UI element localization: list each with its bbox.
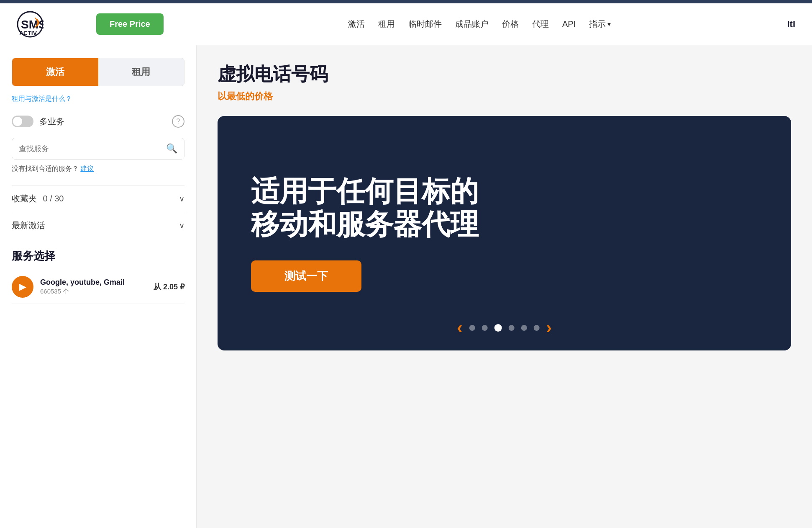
- nav-item-api[interactable]: API: [562, 19, 576, 29]
- multi-service-label: 多业务: [12, 116, 64, 127]
- search-input[interactable]: [19, 144, 166, 153]
- favorites-chevron-icon: ∨: [179, 194, 184, 203]
- svg-text:SMS: SMS: [21, 18, 44, 31]
- header: SMS ACTIV Free Price 激活 租用 临时邮件 成品账户 价格 …: [0, 3, 812, 45]
- recent-label: 最新激活: [12, 220, 45, 231]
- banner-title-line2: 移动和服务器代理: [251, 208, 479, 240]
- banner-title: 适用于任何目标的 移动和服务器代理: [251, 175, 479, 240]
- svg-text:ACTIV: ACTIV: [19, 30, 37, 36]
- page-subtitle: 以最低的价格: [218, 90, 791, 103]
- carousel-dot-3[interactable]: [494, 324, 502, 332]
- main-nav: 激活 租用 临时邮件 成品账户 价格 代理 API 指示 ▾: [184, 18, 775, 30]
- service-info: Google, youtube, Gmail 660535 个: [40, 278, 147, 296]
- favorites-right: ∨: [179, 194, 184, 203]
- content-area: 虚拟电话号码 以最低的价格 适用于任何目标的 移动和服务器代理 测试一下 ‹ ›: [197, 45, 812, 528]
- top-bar: [0, 0, 812, 3]
- itl-label[interactable]: ItI: [787, 19, 795, 30]
- free-price-button[interactable]: Free Price: [96, 13, 164, 35]
- multi-service-text: 多业务: [39, 116, 64, 127]
- carousel-next-arrow[interactable]: ›: [546, 318, 552, 337]
- multi-service-toggle[interactable]: [12, 116, 33, 127]
- favorites-label-group: 收藏夹 0 / 30: [12, 193, 64, 204]
- logo[interactable]: SMS ACTIV: [17, 11, 84, 38]
- play-icon: ▶: [19, 281, 26, 292]
- nav-item-accounts[interactable]: 成品账户: [455, 18, 489, 30]
- carousel-dot-6[interactable]: [534, 325, 540, 331]
- recent-right: ∨: [179, 221, 184, 230]
- banner-title-line1: 适用于任何目标的: [251, 175, 479, 207]
- carousel-controls: ‹ ›: [457, 318, 552, 337]
- no-service-text: 没有找到合适的服务？: [12, 165, 79, 172]
- service-section-title: 服务选择: [12, 239, 184, 270]
- banner-content: 适用于任何目标的 移动和服务器代理 测试一下: [251, 175, 479, 291]
- recent-section[interactable]: 最新激活 ∨: [12, 212, 184, 239]
- tab-buttons: 激活 租用: [12, 58, 184, 86]
- carousel-prev-arrow[interactable]: ‹: [457, 318, 462, 337]
- nav-guide-label: 指示: [589, 18, 606, 30]
- favorites-label: 收藏夹: [12, 194, 37, 203]
- main-layout: 激活 租用 租用与激活是什么？ 多业务 ? 🔍 没有找到合适的服务？ 建议 收藏…: [0, 45, 812, 528]
- search-box: 🔍: [12, 138, 184, 160]
- carousel-dot-4[interactable]: [509, 325, 515, 331]
- multi-service-row: 多业务 ?: [12, 115, 184, 128]
- no-service-row: 没有找到合适的服务？ 建议: [12, 165, 184, 173]
- nav-item-price[interactable]: 价格: [502, 18, 519, 30]
- carousel-dot-1[interactable]: [469, 325, 475, 331]
- nav-item-proxy[interactable]: 代理: [532, 18, 549, 30]
- tab-rent[interactable]: 租用: [98, 58, 184, 86]
- help-question-mark: ?: [177, 118, 180, 125]
- service-item[interactable]: ▶ Google, youtube, Gmail 660535 个 从 2.05…: [12, 270, 184, 304]
- carousel-dot-2[interactable]: [482, 325, 488, 331]
- service-count: 660535 个: [40, 288, 147, 296]
- nav-item-temp-mail[interactable]: 临时邮件: [408, 18, 442, 30]
- banner: 适用于任何目标的 移动和服务器代理 测试一下 ‹ ›: [218, 116, 791, 350]
- nav-item-activate[interactable]: 激活: [348, 18, 365, 30]
- what-is-link[interactable]: 租用与激活是什么？: [12, 95, 184, 103]
- favorites-count: 0 / 30: [43, 194, 64, 203]
- service-price: 从 2.05 ₽: [154, 282, 184, 292]
- service-icon-google: ▶: [12, 276, 33, 298]
- help-icon[interactable]: ?: [172, 115, 184, 128]
- chevron-down-icon: ▾: [607, 20, 611, 28]
- favorites-section[interactable]: 收藏夹 0 / 30 ∨: [12, 185, 184, 212]
- banner-cta-button[interactable]: 测试一下: [251, 260, 361, 292]
- search-icon: 🔍: [166, 143, 177, 154]
- sidebar: 激活 租用 租用与激活是什么？ 多业务 ? 🔍 没有找到合适的服务？ 建议 收藏…: [0, 45, 197, 528]
- tab-activate[interactable]: 激活: [12, 58, 98, 86]
- page-title: 虚拟电话号码: [218, 62, 791, 87]
- nav-more-dropdown[interactable]: 指示 ▾: [589, 18, 611, 30]
- carousel-dot-5[interactable]: [521, 325, 527, 331]
- nav-item-rent[interactable]: 租用: [378, 18, 395, 30]
- service-name: Google, youtube, Gmail: [40, 278, 147, 287]
- suggest-link[interactable]: 建议: [80, 165, 94, 172]
- recent-chevron-icon: ∨: [179, 221, 184, 230]
- header-right: ItI: [787, 19, 795, 30]
